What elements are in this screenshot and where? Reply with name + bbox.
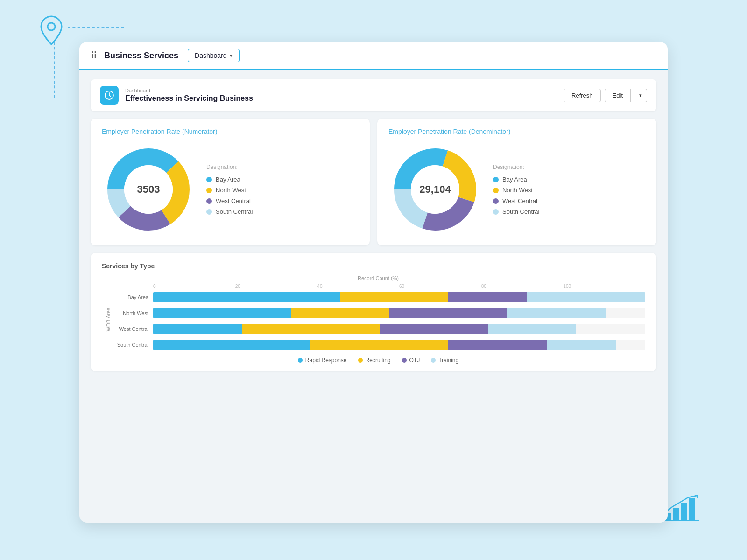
donut-chart-numerator: Employer Penetration Rate (Numerator) — [91, 119, 370, 245]
x-tick-0: 0 — [153, 284, 235, 289]
west-central-recruiting — [242, 324, 380, 334]
x-tick-40: 40 — [317, 284, 399, 289]
donut2-legend-bay-area: Bay Area — [493, 176, 554, 183]
legend-otj: OTJ — [402, 357, 420, 364]
dashboard-icon — [100, 86, 119, 105]
edit-button[interactable]: Edit — [605, 89, 631, 102]
bar-label-north-west: North West — [111, 310, 153, 316]
donut1-title: Employer Penetration Rate (Numerator) — [102, 128, 359, 135]
chevron-down-icon: ▾ — [230, 53, 233, 59]
bar-label-bay-area: Bay Area — [111, 294, 153, 300]
south-central-label: South Central — [216, 208, 253, 215]
bay-area-dot — [206, 177, 212, 182]
south-central-recruiting — [310, 340, 448, 350]
training-label: Training — [438, 357, 458, 364]
west-central-training — [488, 324, 577, 334]
svg-point-0 — [48, 23, 55, 30]
bar-row-north-west: North West — [111, 307, 645, 320]
bar-legend: Rapid Response Recruiting OTJ Train — [111, 357, 645, 364]
west-central-dot — [206, 198, 212, 204]
donut2-inner: 29,104 Designation: Bay Area North West — [388, 143, 645, 236]
donut2-legend: Designation: Bay Area North West West Ce… — [493, 164, 554, 215]
otj-label: OTJ — [409, 357, 420, 364]
bar-chart-card: Services by Type WDB Area Record Count (… — [91, 253, 656, 371]
donut-chart-denominator: Employer Penetration Rate (Denominator) — [377, 119, 656, 245]
donut1-legend-bay-area: Bay Area — [206, 176, 267, 183]
donut2-north-west-label: North West — [502, 187, 533, 194]
donut1-svg-container: 3503 — [102, 143, 195, 236]
south-central-otj — [448, 340, 547, 350]
content-area: Dashboard Effectiveness in Servicing Bus… — [79, 70, 668, 523]
bar-chart-main: Record Count (%) 0 20 40 60 80 100 Bay A… — [111, 275, 645, 364]
svg-rect-3 — [681, 503, 687, 521]
dashboard-header: Dashboard Effectiveness in Servicing Bus… — [91, 79, 656, 111]
deco-line-top — [68, 27, 124, 28]
north-west-rapid-response — [153, 308, 291, 318]
bar-chart-area: WDB Area Record Count (%) 0 20 40 60 80 … — [102, 275, 645, 364]
dashboard-tab-label: Dashboard — [195, 52, 227, 59]
nav-bar: ⠿ Business Services Dashboard ▾ — [79, 42, 668, 70]
x-axis-title: Record Count (%) — [111, 275, 645, 281]
app-title: Business Services — [104, 51, 178, 61]
svg-rect-2 — [673, 508, 679, 521]
west-central-rapid-response — [153, 324, 242, 334]
donut2-west-central-dot — [493, 198, 499, 204]
bar-segments-north-west — [153, 308, 645, 318]
bay-area-rapid-response — [153, 292, 340, 302]
x-tick-100: 100 — [563, 284, 645, 289]
bay-area-training — [527, 292, 645, 302]
bar-row-south-central: South Central — [111, 338, 645, 351]
rapid-response-dot — [298, 358, 303, 363]
location-pin-icon — [37, 14, 65, 42]
donut2-legend-title: Designation: — [493, 164, 554, 170]
bay-area-otj — [448, 292, 527, 302]
x-tick-60: 60 — [399, 284, 481, 289]
donut2-bay-area-dot — [493, 177, 499, 182]
donut2-center-value: 29,104 — [419, 183, 451, 196]
bar-row-bay-area: Bay Area — [111, 291, 645, 304]
donut1-legend-title: Designation: — [206, 164, 267, 170]
dashboard-title: Effectiveness in Servicing Business — [125, 94, 564, 103]
bar-segments-south-central — [153, 340, 645, 350]
south-central-rapid-response — [153, 340, 310, 350]
y-axis-label: WDB Area — [102, 308, 111, 331]
donut2-legend-south-central: South Central — [493, 208, 554, 215]
north-west-dot — [206, 188, 212, 193]
donut2-south-central-dot — [493, 209, 499, 215]
deco-line-left — [54, 42, 55, 98]
donut2-bay-area-label: Bay Area — [502, 176, 527, 183]
legend-rapid-response: Rapid Response — [298, 357, 347, 364]
grid-icon[interactable]: ⠿ — [91, 50, 98, 61]
south-central-dot — [206, 209, 212, 215]
donut2-west-central-label: West Central — [502, 197, 537, 204]
training-dot — [431, 358, 436, 363]
dashboard-tab[interactable]: Dashboard ▾ — [188, 49, 240, 62]
bar-rows: Bay Area North West — [111, 291, 645, 351]
otj-dot — [402, 358, 407, 363]
north-west-otj — [389, 308, 507, 318]
west-central-otj — [380, 324, 488, 334]
edit-dropdown-button[interactable]: ▾ — [634, 89, 647, 102]
donut1-center-value: 3503 — [137, 183, 160, 196]
bay-area-recruiting — [340, 292, 449, 302]
chart-trend-icon — [663, 495, 700, 523]
donut1-legend-west-central: West Central — [206, 197, 267, 204]
donut2-legend-north-west: North West — [493, 187, 554, 194]
north-west-recruiting — [291, 308, 389, 318]
donut2-title: Employer Penetration Rate (Denominator) — [388, 128, 645, 135]
rapid-response-label: Rapid Response — [305, 357, 347, 364]
bar-segments-bay-area — [153, 292, 645, 302]
x-tick-80: 80 — [481, 284, 564, 289]
legend-training: Training — [431, 357, 458, 364]
west-central-label: West Central — [216, 197, 251, 204]
donut1-inner: 3503 Designation: Bay Area North West — [102, 143, 359, 236]
svg-rect-4 — [689, 498, 695, 521]
charts-row: Employer Penetration Rate (Numerator) — [91, 119, 656, 245]
dashboard-title-block: Dashboard Effectiveness in Servicing Bus… — [125, 88, 564, 103]
dashboard-label: Dashboard — [125, 88, 564, 93]
north-west-training — [507, 308, 606, 318]
bar-segments-west-central — [153, 324, 645, 334]
refresh-button[interactable]: Refresh — [564, 89, 601, 102]
bay-area-label: Bay Area — [216, 176, 240, 183]
bar-chart-title: Services by Type — [102, 262, 645, 270]
